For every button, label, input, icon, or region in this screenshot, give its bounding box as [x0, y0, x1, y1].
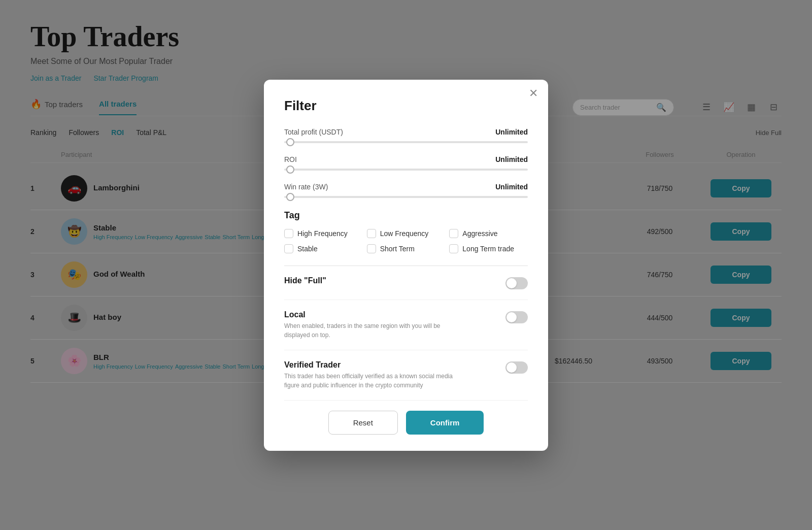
slider-thumb[interactable] [286, 193, 294, 201]
win-rate-section: Win rate (3W) Unlimited [284, 183, 528, 198]
hide-full-title: Hide "Full" [284, 276, 326, 285]
tag-checkbox[interactable] [284, 229, 293, 238]
tag-label: Long Term trade [462, 245, 514, 253]
tag-option-long-term[interactable]: Long Term trade [449, 244, 528, 253]
tag-checkbox[interactable] [367, 229, 376, 238]
tag-grid: High Frequency Low Frequency Aggressive … [284, 229, 528, 253]
total-profit-label: Total profit (USDT) [284, 128, 343, 136]
local-toggle[interactable] [505, 311, 528, 323]
tag-section-title: Tag [284, 210, 528, 221]
tag-checkbox[interactable] [449, 244, 458, 253]
local-desc: When enabled, traders in the same region… [284, 321, 457, 340]
win-rate-slider[interactable] [284, 196, 528, 198]
tag-option-high-frequency[interactable]: High Frequency [284, 229, 363, 238]
local-toggle-row: Local When enabled, traders in the same … [284, 310, 528, 350]
hide-full-toggle-row: Hide "Full" [284, 276, 528, 300]
tag-label: Aggressive [462, 229, 497, 238]
slider-thumb[interactable] [286, 165, 294, 174]
tag-label: High Frequency [297, 229, 348, 238]
tag-section: Tag High Frequency Low Frequency Aggress… [284, 210, 528, 253]
tag-checkbox[interactable] [284, 244, 293, 253]
win-rate-value: Unlimited [495, 183, 528, 191]
verified-trader-desc: This trader has been officially verified… [284, 372, 457, 390]
verified-trader-title: Verified Trader [284, 360, 457, 370]
confirm-button[interactable]: Confirm [406, 411, 484, 435]
modal-title: Filter [284, 98, 528, 114]
hide-full-toggle[interactable] [505, 277, 528, 289]
tag-checkbox[interactable] [449, 229, 458, 238]
total-profit-slider[interactable] [284, 141, 528, 143]
tag-label: Stable [297, 245, 318, 253]
filter-modal: ✕ Filter Total profit (USDT) Unlimited R… [264, 80, 548, 451]
tag-label: Short Term [380, 245, 415, 253]
tag-label: Low Frequency [380, 229, 429, 238]
reset-button[interactable]: Reset [328, 411, 398, 435]
modal-overlay: ✕ Filter Total profit (USDT) Unlimited R… [0, 0, 812, 530]
local-title: Local [284, 310, 457, 319]
tag-option-stable[interactable]: Stable [284, 244, 363, 253]
roi-value: Unlimited [495, 155, 528, 163]
roi-slider[interactable] [284, 169, 528, 171]
roi-section: ROI Unlimited [284, 155, 528, 171]
total-profit-value: Unlimited [495, 128, 528, 136]
tag-option-short-term[interactable]: Short Term [367, 244, 446, 253]
tag-checkbox[interactable] [367, 244, 376, 253]
win-rate-label: Win rate (3W) [284, 183, 328, 191]
verified-trader-toggle[interactable] [505, 361, 528, 374]
tag-option-aggressive[interactable]: Aggressive [449, 229, 528, 238]
divider [284, 266, 528, 266]
total-profit-section: Total profit (USDT) Unlimited [284, 128, 528, 143]
tag-option-low-frequency[interactable]: Low Frequency [367, 229, 446, 238]
modal-footer: Reset Confirm [284, 411, 528, 435]
close-icon[interactable]: ✕ [529, 88, 538, 99]
roi-label: ROI [284, 155, 297, 163]
slider-thumb[interactable] [286, 138, 294, 146]
verified-trader-toggle-row: Verified Trader This trader has been off… [284, 360, 528, 401]
